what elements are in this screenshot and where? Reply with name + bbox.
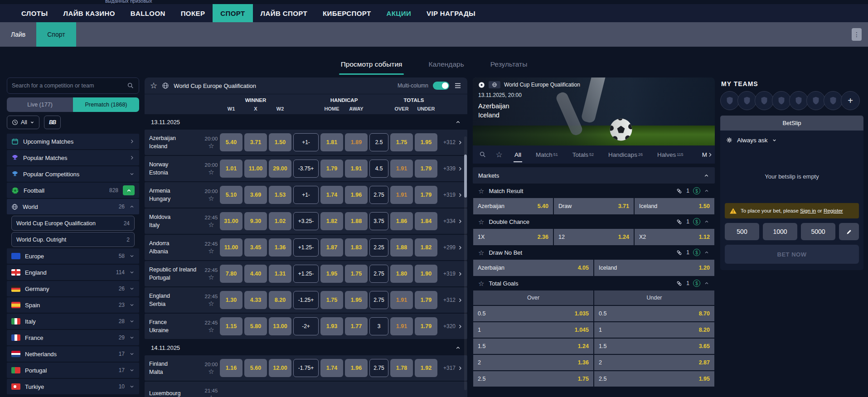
open-match-icon[interactable] [457, 166, 463, 172]
my-team-slot[interactable] [720, 91, 739, 110]
multi-column-toggle[interactable] [433, 82, 449, 90]
favorite-match-icon[interactable]: ☆ [208, 368, 214, 375]
favorite-match-icon[interactable]: ☆ [208, 169, 214, 175]
odds-button-under[interactable]: 1.82 [415, 238, 437, 257]
odds-button-w2[interactable]: 8.20 [269, 291, 291, 309]
collapse-market-icon[interactable] [704, 250, 709, 255]
quick-stake-button[interactable]: 1000 [763, 223, 797, 240]
odds-button-over[interactable]: 1.91 [390, 317, 413, 335]
handicap-line-button[interactable]: -2+ [293, 317, 319, 335]
nav-item-лайв-казино[interactable]: ЛАЙВ КАЗИНО [56, 4, 123, 22]
sidebar-item-italy[interactable]: Italy28 [7, 314, 139, 329]
tab-results[interactable]: Результаты [490, 60, 528, 75]
match-row[interactable]: AzerbaijanIceland20:00☆5.403.711.50+1-1.… [145, 130, 467, 155]
sidebar-item-europe[interactable]: Europe58 [7, 248, 139, 264]
sidebar-item-turkiye[interactable]: Turkiye10 [7, 379, 139, 394]
quick-stake-button[interactable]: 5000 [801, 223, 835, 240]
odds-button-w2[interactable]: 1.50 [269, 133, 291, 151]
more-markets-count[interactable]: +312 [439, 297, 456, 303]
totals-outcome-button[interactable]: 2.51.95 [594, 371, 714, 387]
bet-now-button[interactable]: BET NOW [725, 245, 859, 264]
total-line-button[interactable]: 2.75 [369, 265, 388, 283]
total-line-button[interactable]: 2.75 [369, 186, 388, 204]
my-team-slot[interactable] [789, 91, 808, 110]
collapse-group-icon[interactable] [455, 119, 461, 125]
register-link[interactable]: Register [824, 208, 843, 213]
odds-button-under[interactable]: 1.92 [415, 359, 437, 377]
totals-outcome-button[interactable]: 0.51.035 [473, 306, 593, 321]
open-match-icon[interactable] [457, 324, 463, 329]
nav-item-киберспорт[interactable]: КИБЕРСПОРТ [315, 4, 379, 22]
odds-button-h2[interactable]: 1.96 [345, 359, 368, 377]
open-match-icon[interactable] [457, 192, 463, 198]
sidebar-item-popular-competitions[interactable]: Popular Competitions [7, 166, 139, 182]
markets-section-header[interactable]: Markets [473, 167, 715, 184]
more-markets-count[interactable]: +299 [439, 244, 456, 251]
match-row[interactable]: MoldovaItaly22:45☆31.009.301.02+3.25-1.8… [145, 208, 467, 234]
odds-button-h1[interactable]: 1.87 [320, 238, 343, 257]
market-outcome-button[interactable]: Draw3.71 [554, 198, 634, 214]
odds-button-h1[interactable]: 1.74 [320, 186, 343, 204]
odds-button-w1[interactable]: 31.00 [220, 212, 242, 230]
more-markets-count[interactable]: +319 [439, 192, 456, 198]
open-match-icon[interactable] [457, 218, 463, 224]
matches-scrollbar[interactable] [464, 136, 467, 390]
handicap-line-button[interactable]: +1.25- [293, 238, 319, 257]
market-outcome-button[interactable]: Iceland1.20 [594, 260, 714, 276]
sidebar-item-popular-matches[interactable]: Popular Matches [7, 150, 139, 165]
totals-outcome-button[interactable]: 22.87 [594, 355, 714, 370]
odds-button-w1[interactable]: 11.00 [220, 238, 242, 257]
market-outcome-button[interactable]: Azerbaijan4.05 [473, 260, 593, 276]
handicap-line-button[interactable]: -3.75+ [293, 160, 319, 178]
odds-change-mode-dropdown[interactable]: Always ask [720, 131, 863, 150]
favorite-match-icon[interactable]: ☆ [208, 221, 214, 228]
odds-button-w1[interactable]: 5.10 [220, 186, 242, 204]
date-group-header[interactable]: 13.11.2025 [145, 114, 467, 130]
open-match-icon[interactable] [457, 297, 463, 303]
live-toggle[interactable]: Live (177) [7, 97, 73, 112]
handicap-line-button[interactable]: +3.25- [293, 212, 319, 230]
open-match-icon[interactable] [457, 245, 463, 251]
odds-button-over[interactable]: 1.75 [390, 133, 413, 151]
odds-button-h2[interactable]: 1.89 [345, 133, 368, 151]
my-team-slot[interactable] [755, 91, 774, 110]
my-team-slot[interactable] [806, 91, 825, 110]
totals-outcome-button[interactable]: 1.53.65 [594, 339, 714, 354]
market-group-header[interactable]: ☆Double Chance1$ [473, 214, 715, 229]
layout-list-icon[interactable] [454, 82, 462, 90]
odds-button-x[interactable]: 3.45 [244, 238, 267, 257]
odds-button-x[interactable]: 11.00 [244, 160, 267, 178]
handicap-line-button[interactable]: -1.75+ [293, 359, 319, 377]
match-row[interactable]: Republic of IrelandPortugal22:45☆7.804.4… [145, 261, 467, 286]
my-team-slot[interactable] [737, 91, 756, 110]
favorite-match-icon[interactable]: ☆ [208, 394, 214, 397]
sidebar-competition-item[interactable]: World Cup Europe Qualification24 [11, 216, 135, 231]
collapse-market-icon[interactable] [704, 281, 709, 286]
odds-button-x[interactable]: 4.40 [244, 265, 267, 283]
odds-button-h1[interactable]: 1.75 [320, 291, 343, 309]
odds-button-h1[interactable]: 1.74 [320, 359, 343, 377]
more-markets-count[interactable]: +320 [439, 323, 456, 329]
odds-button-w1[interactable]: 1.16 [220, 359, 242, 377]
tab-event-view[interactable]: Просмотр события [341, 60, 402, 75]
favorite-match-icon[interactable]: ☆ [208, 300, 214, 307]
sidebar-item-france[interactable]: France29 [7, 330, 139, 345]
handicap-line-button[interactable]: -1.25+ [293, 291, 319, 309]
odds-button-under[interactable]: 1.90 [415, 265, 437, 283]
total-line-button[interactable]: 3 [369, 317, 388, 335]
market-search-icon[interactable] [475, 145, 491, 164]
odds-button-w1[interactable]: 1.01 [220, 160, 242, 178]
odds-button-under[interactable]: 1.95 [415, 133, 437, 151]
market-tabs-overflow[interactable]: M [702, 151, 713, 158]
favorite-match-icon[interactable]: ☆ [208, 326, 214, 333]
odds-button-h2[interactable]: 1.83 [345, 238, 368, 257]
favorite-match-icon[interactable]: ☆ [208, 247, 214, 254]
totals-outcome-button[interactable]: 2.51.75 [473, 371, 593, 387]
odds-button-over[interactable]: 1.91 [390, 291, 413, 309]
odds-button-h1[interactable]: 1.82 [320, 212, 343, 230]
sidebar-item-spain[interactable]: Spain23 [7, 297, 139, 313]
favorite-market-icon[interactable]: ☆ [478, 249, 484, 256]
open-match-icon[interactable] [457, 271, 463, 277]
match-row[interactable]: AndorraAlbania22:45☆11.003.451.36+1.25-1… [145, 235, 467, 260]
odds-button-h2[interactable]: 1.77 [345, 317, 368, 335]
